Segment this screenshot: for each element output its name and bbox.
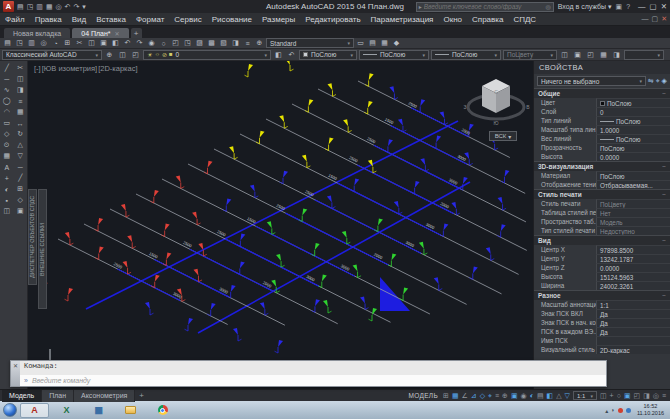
offset-icon[interactable]: ≡ bbox=[18, 96, 22, 106]
taskbar-app-app-blue[interactable]: ▦ bbox=[84, 403, 113, 418]
qat-open-icon[interactable]: ◳ bbox=[27, 3, 34, 11]
construction-line-icon[interactable]: ─ bbox=[4, 74, 9, 84]
move-icon[interactable]: ↔ bbox=[17, 118, 24, 128]
scale-icon[interactable]: △ bbox=[18, 140, 23, 150]
command-line-window[interactable]: ✕ Команда: » Введите команду bbox=[10, 360, 607, 387]
new-icon[interactable]: ▤ bbox=[2, 38, 13, 48]
menu-item-параметризация[interactable]: Параметризация bbox=[366, 15, 439, 24]
doc-restore-button[interactable]: ▢ bbox=[652, 15, 659, 23]
lineweight-combo[interactable]: ПоСлою▾ bbox=[431, 50, 501, 60]
viewcube-compass-west[interactable]: З bbox=[463, 104, 466, 110]
tray-app-icon[interactable] bbox=[626, 408, 631, 413]
quickcalc-icon[interactable]: ⊕ bbox=[254, 38, 265, 48]
property-value[interactable]: Да bbox=[596, 309, 670, 318]
property-value[interactable]: ПоСлою bbox=[596, 171, 670, 180]
layer-properties-icon[interactable]: ◫ bbox=[117, 50, 128, 60]
annotation-scale-icon[interactable]: ▽ bbox=[565, 392, 570, 400]
command-window-close-icon[interactable]: ✕ bbox=[13, 362, 18, 369]
linetype-combo[interactable]: ПоСлою▾ bbox=[359, 50, 429, 60]
viewport-view-control[interactable]: [ЮВ изометрия] bbox=[42, 64, 97, 73]
collapse-icon[interactable]: − bbox=[662, 191, 666, 198]
menu-item-файл[interactable]: Файл bbox=[0, 15, 30, 24]
plotstyle-combo[interactable]: ПоЦвету▾ bbox=[503, 50, 557, 60]
collapse-icon[interactable]: − bbox=[662, 237, 666, 244]
gradient-icon[interactable]: ◐ bbox=[5, 184, 9, 194]
property-value[interactable]: ПоСлою bbox=[596, 143, 670, 152]
property-value[interactable]: 15124.5963 bbox=[596, 272, 670, 281]
model-space-indicator[interactable]: МОДЕЛЬ bbox=[409, 392, 438, 399]
arc-icon[interactable]: ◠ bbox=[4, 107, 10, 117]
qat-dropdown-icon[interactable]: ▾ bbox=[82, 3, 86, 11]
properties-palette-title[interactable]: СВОЙСТВА bbox=[534, 61, 670, 74]
publish-icon[interactable]: ⊞ bbox=[62, 38, 73, 48]
plot-preview-icon[interactable]: ◔ bbox=[50, 38, 61, 48]
doc-close-button[interactable]: ✕ bbox=[661, 15, 667, 23]
graphics-performance-icon[interactable]: ◎ bbox=[653, 392, 659, 400]
region-icon[interactable]: ▪ bbox=[6, 195, 8, 205]
explode-icon[interactable]: ◇ bbox=[18, 195, 23, 205]
taskbar-app-folder[interactable] bbox=[116, 403, 145, 418]
help-icon[interactable]: ? bbox=[626, 3, 630, 10]
doc-minimize-button[interactable]: — bbox=[642, 15, 649, 23]
close-button[interactable]: ✕ bbox=[661, 2, 667, 11]
menu-item-сервис[interactable]: Сервис bbox=[169, 15, 206, 24]
model-space-canvas[interactable]: [-] [ЮВ изометрия] [2D-каркас] ДИСПЕТЧЕР… bbox=[28, 61, 533, 389]
ellipse-icon[interactable]: ⊙ bbox=[4, 140, 10, 150]
property-value[interactable]: 0.0000 bbox=[596, 152, 670, 161]
mleader-style-icon[interactable]: ◆ bbox=[391, 38, 402, 48]
property-value[interactable]: ПоСлою bbox=[596, 98, 670, 107]
toggle-pickadd-icon[interactable]: ⇋ bbox=[648, 77, 656, 84]
3d-object-snap-icon[interactable]: ◉ bbox=[521, 392, 527, 400]
style-combo[interactable]: Standard▾ bbox=[266, 38, 354, 48]
selection-cycling-icon[interactable]: ▣ bbox=[511, 392, 518, 400]
viewcube[interactable]: С В Ю З bbox=[463, 79, 530, 126]
file-tab[interactable]: Новая вкладка bbox=[4, 28, 70, 38]
collapse-icon[interactable]: − bbox=[662, 163, 666, 170]
mirror-icon[interactable]: ◨ bbox=[17, 85, 24, 95]
layout-tab-план[interactable]: План bbox=[42, 390, 74, 402]
qat-save-icon[interactable]: ▥ bbox=[36, 3, 43, 11]
lock-ui-icon[interactable]: ◰ bbox=[634, 392, 641, 400]
dynamic-input-icon[interactable]: ▤ bbox=[537, 392, 544, 400]
extend-icon[interactable]: ╱ bbox=[18, 173, 22, 183]
quick-select-icon[interactable]: ◈ bbox=[662, 77, 667, 84]
property-value[interactable]: Да bbox=[596, 327, 670, 336]
properties-icon[interactable]: ▨ bbox=[194, 38, 205, 48]
stretch-icon[interactable]: ▽ bbox=[18, 151, 23, 161]
workspace-combo[interactable]: Классический AutoCAD▾ bbox=[2, 50, 102, 60]
qat-undo-icon[interactable]: ↶ bbox=[65, 3, 71, 11]
menu-item-справка[interactable]: Справка bbox=[467, 15, 508, 24]
search-input[interactable] bbox=[424, 3, 544, 10]
help-search-box[interactable]: ▸ ◎ bbox=[416, 2, 554, 12]
color-combo[interactable]: ПоСлою▾ bbox=[299, 50, 357, 60]
id-icon[interactable]: ◨ bbox=[611, 50, 622, 60]
collapse-icon[interactable]: − bbox=[662, 292, 666, 299]
annotation-visibility-icon[interactable]: ◧ bbox=[547, 392, 554, 400]
search-icon[interactable]: ◎ bbox=[545, 3, 550, 10]
qat-redo-icon[interactable]: ↷ bbox=[73, 3, 79, 11]
table-style-icon[interactable]: ▦ bbox=[379, 38, 390, 48]
rotate-icon[interactable]: ↻ bbox=[17, 129, 23, 139]
property-section-header[interactable]: Общие− bbox=[534, 88, 670, 98]
start-button[interactable] bbox=[3, 403, 17, 417]
designcenter-icon[interactable]: ▩ bbox=[206, 38, 217, 48]
tray-icon[interactable]: ◗ bbox=[611, 407, 615, 413]
property-section-header[interactable]: Разное− bbox=[534, 290, 670, 300]
command-input[interactable]: » Введите команду bbox=[20, 375, 606, 387]
minimize-button[interactable]: — bbox=[638, 2, 646, 11]
distance-icon[interactable]: ▣ bbox=[572, 50, 583, 60]
match-properties-icon[interactable]: ◧ bbox=[110, 38, 121, 48]
workspace-settings-icon[interactable]: ⊕ bbox=[104, 50, 115, 60]
property-value[interactable]: 97898.8500 bbox=[596, 245, 670, 254]
erase-icon[interactable]: ✂ bbox=[17, 63, 23, 73]
save-icon[interactable]: ▥ bbox=[26, 38, 37, 48]
fillet-icon[interactable]: ⊞ bbox=[17, 184, 23, 194]
isolate-objects-icon[interactable]: ◨ bbox=[643, 392, 650, 400]
menu-item-рисование[interactable]: Рисование bbox=[207, 15, 257, 24]
viewcube-compass-east[interactable]: В bbox=[526, 104, 530, 110]
line-icon[interactable]: ╱ bbox=[5, 63, 9, 73]
polyline-icon[interactable]: ∿ bbox=[4, 85, 10, 95]
text-style-icon[interactable]: ▭ bbox=[355, 38, 366, 48]
undo-icon[interactable]: ↶ bbox=[122, 38, 133, 48]
new-drawing-tab-button[interactable]: + bbox=[131, 28, 142, 38]
